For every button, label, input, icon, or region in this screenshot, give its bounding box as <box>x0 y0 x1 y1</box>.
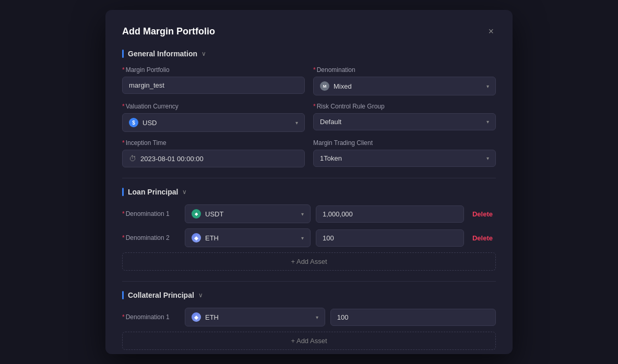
loan-denomination-2-delete-button[interactable]: Delete <box>469 232 496 244</box>
close-button[interactable]: × <box>486 25 496 38</box>
denomination-group: *Denomination M Mixed ▾ <box>313 66 496 95</box>
loan-denomination-1-amount[interactable] <box>316 205 464 223</box>
inception-time-group: *Inception Time ⏱ <box>122 139 305 167</box>
collateral-row-1: *Denomination 1 ◆ ETH ▾ <box>122 308 496 326</box>
valuation-currency-label: *Valuation Currency <box>122 103 305 110</box>
loan-row-2: *Denomination 2 ◆ ETH ▾ Delete <box>122 228 496 247</box>
loan-denomination-1-label: *Denomination 1 <box>122 210 180 217</box>
modal-title: Add Margin Portfolio <box>122 26 215 37</box>
usdt-icon: ◆ <box>192 209 201 219</box>
valuation-currency-select[interactable]: $ USD ▾ <box>122 113 305 132</box>
denomination-select[interactable]: M Mixed ▾ <box>313 77 496 95</box>
valuation-chevron-icon: ▾ <box>295 120 298 126</box>
inception-time-input[interactable] <box>140 155 298 163</box>
collateral-section-title: Collateral Principal <box>128 291 194 299</box>
collateral-denomination-1-select[interactable]: ◆ ETH ▾ <box>185 308 325 326</box>
margin-trading-client-group: Margin Trading Client 1Token ▾ <box>313 139 496 167</box>
risk-control-group: *Risk Control Rule Group Default ▾ <box>313 103 496 132</box>
inception-time-label: *Inception Time <box>122 139 305 147</box>
usd-icon: $ <box>129 118 138 127</box>
section-bar <box>122 50 124 58</box>
loan-principal-section: Loan Principal ∨ *Denomination 1 ◆ USDT … <box>122 188 496 271</box>
margin-portfolio-input[interactable] <box>122 77 305 94</box>
collateral-add-asset-button[interactable]: + Add Asset <box>122 332 496 350</box>
eth-icon-collateral: ◆ <box>192 312 201 322</box>
denomination-label: *Denomination <box>313 66 496 74</box>
risk-control-label: *Risk Control Rule Group <box>313 103 496 110</box>
loan-denomination-1-delete-button[interactable]: Delete <box>469 208 496 220</box>
risk-control-select[interactable]: Default ▾ <box>313 113 496 130</box>
divider-2 <box>122 281 496 282</box>
collateral-principal-section: Collateral Principal ∨ *Denomination 1 ◆… <box>122 291 496 350</box>
modal-header: Add Margin Portfolio × <box>122 25 496 38</box>
collateral-1-chevron-icon: ▾ <box>316 314 318 320</box>
loan-section-title: Loan Principal <box>128 188 178 196</box>
denomination-chevron-icon: ▾ <box>486 83 489 89</box>
valuation-currency-group: *Valuation Currency $ USD ▾ <box>122 103 305 132</box>
general-section-title: General Information <box>128 50 197 58</box>
collateral-denomination-1-amount[interactable] <box>330 309 496 326</box>
add-margin-portfolio-modal: Add Margin Portfolio × General Informati… <box>105 10 513 354</box>
margin-portfolio-label: *Margin Portfolio <box>122 66 305 74</box>
loan-chevron-icon: ∨ <box>182 188 187 196</box>
eth-icon-loan-2: ◆ <box>192 233 201 242</box>
margin-trading-client-select[interactable]: 1Token ▾ <box>313 150 496 167</box>
risk-control-chevron-icon: ▾ <box>486 119 489 125</box>
loan-denomination-2-label: *Denomination 2 <box>122 234 180 241</box>
loan-denomination-2-amount[interactable] <box>316 229 464 247</box>
mixed-icon: M <box>320 81 329 91</box>
collateral-chevron-icon: ∨ <box>198 292 203 299</box>
loan-2-chevron-icon: ▾ <box>301 235 304 241</box>
loan-1-chevron-icon: ▾ <box>301 211 304 217</box>
margin-trading-chevron-icon: ▾ <box>486 155 489 161</box>
general-information-section: General Information ∨ *Margin Portfolio … <box>122 50 496 167</box>
collateral-section-header[interactable]: Collateral Principal ∨ <box>122 291 496 299</box>
collateral-denomination-1-label: *Denomination 1 <box>122 313 180 321</box>
loan-section-header[interactable]: Loan Principal ∨ <box>122 188 496 196</box>
loan-denomination-1-select[interactable]: ◆ USDT ▾ <box>185 204 311 223</box>
margin-trading-client-label: Margin Trading Client <box>313 139 496 147</box>
loan-row-1: *Denomination 1 ◆ USDT ▾ Delete <box>122 204 496 223</box>
loan-denomination-2-select[interactable]: ◆ ETH ▾ <box>185 228 311 247</box>
general-chevron-icon: ∨ <box>201 50 206 57</box>
general-form-grid: *Margin Portfolio *Denomination M Mixed <box>122 66 496 167</box>
divider-1 <box>122 178 496 178</box>
loan-add-asset-button[interactable]: + Add Asset <box>122 252 496 271</box>
loan-section-bar <box>122 188 124 196</box>
inception-time-input-wrapper: ⏱ <box>122 150 305 167</box>
margin-portfolio-group: *Margin Portfolio <box>122 66 305 95</box>
general-section-header[interactable]: General Information ∨ <box>122 50 496 58</box>
clock-icon: ⏱ <box>129 154 136 163</box>
collateral-section-bar <box>122 291 124 299</box>
